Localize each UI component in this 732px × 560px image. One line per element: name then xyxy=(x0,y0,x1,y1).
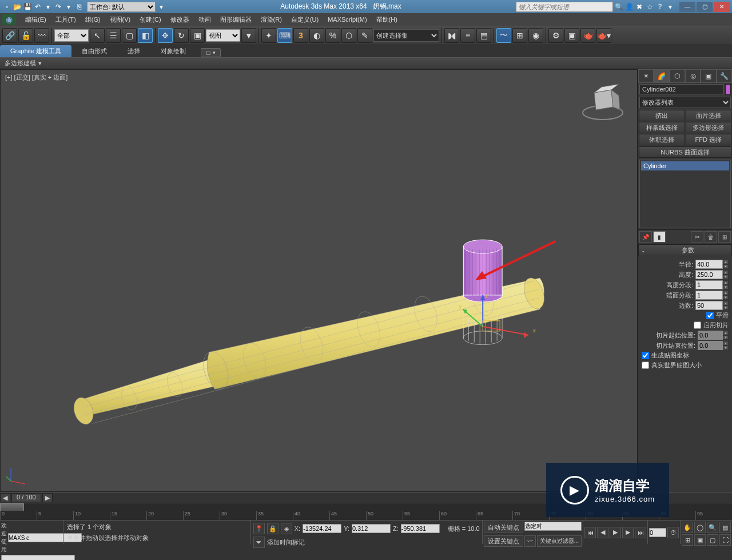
object-color-swatch[interactable] xyxy=(725,84,731,94)
select-region-button[interactable]: ▢ xyxy=(122,28,137,43)
move-button[interactable]: ✥ xyxy=(158,28,173,43)
menu-edit[interactable]: 编辑(E) xyxy=(21,14,51,25)
layers-button[interactable]: ▤ xyxy=(476,28,491,43)
new-icon[interactable]: ▫ xyxy=(2,2,11,11)
rendered-frame-button[interactable]: ▣ xyxy=(564,28,579,43)
setkey-button[interactable]: 设置关键点 xyxy=(484,535,523,547)
workspace-selector[interactable]: 工作台: 默认 xyxy=(87,2,156,12)
play-button[interactable]: ▶ xyxy=(610,527,621,538)
application-icon[interactable]: ◉ xyxy=(2,14,16,25)
radius-down[interactable]: ▼ xyxy=(723,264,729,269)
sides-input[interactable] xyxy=(695,301,723,310)
cp-tab-hierarchy[interactable]: ⬡ xyxy=(670,69,685,83)
remove-mod-button[interactable]: 🗑 xyxy=(705,231,717,243)
frame-display[interactable]: 0 / 100 xyxy=(11,493,41,502)
cp-tab-motion[interactable]: ◎ xyxy=(685,69,701,83)
menu-tools[interactable]: 工具(T) xyxy=(51,14,81,25)
selection-lock-button[interactable]: 🔒 xyxy=(267,523,279,534)
viewcube[interactable] xyxy=(580,76,626,121)
signin-icon[interactable]: 👤 xyxy=(624,2,634,11)
zoom-button[interactable]: 🔍 xyxy=(707,522,718,533)
viewport[interactable]: [+] [正交] [真实 + 边面] xyxy=(0,69,638,492)
scale-button[interactable]: ▣ xyxy=(190,28,205,43)
keyboard-shortcut-button[interactable]: ⌨ xyxy=(277,28,292,43)
cp-tab-display[interactable]: ▣ xyxy=(701,69,716,83)
help-icon[interactable]: ？ xyxy=(655,2,665,11)
viewport-label[interactable]: [+] [正交] [真实 + 边面] xyxy=(5,73,67,82)
ribbon-tab-paint[interactable]: 对象绘制 xyxy=(150,45,196,57)
z-coord-input[interactable] xyxy=(401,524,440,533)
object-name-input[interactable] xyxy=(639,84,724,94)
smooth-checkbox[interactable] xyxy=(706,312,714,319)
mod-splinesel-button[interactable]: 样条线选择 xyxy=(639,122,685,133)
slice-checkbox[interactable] xyxy=(694,321,701,329)
menu-group[interactable]: 组(G) xyxy=(81,14,105,25)
height-up[interactable]: ▲ xyxy=(723,270,729,275)
menu-customize[interactable]: 自定义(U) xyxy=(287,14,323,25)
menu-graph[interactable]: 图形编辑器 xyxy=(216,14,256,25)
select-link-button[interactable]: 🔗 xyxy=(2,28,17,43)
favorite-icon[interactable]: ☆ xyxy=(645,2,654,11)
bind-space-button[interactable]: 〰 xyxy=(34,28,49,43)
time-tag-button[interactable]: ⏷ xyxy=(253,537,265,548)
keyfilter-button[interactable]: 关键点过滤器... xyxy=(537,535,582,547)
schematic-view-button[interactable]: ⊞ xyxy=(512,28,527,43)
configure-button[interactable]: ⊞ xyxy=(718,231,731,243)
save-icon[interactable]: 💾 xyxy=(23,2,32,11)
rollup-parameters[interactable]: - 参数 xyxy=(638,244,732,256)
sides-up[interactable]: ▲ xyxy=(723,301,729,305)
mod-polysel-button[interactable]: 多边形选择 xyxy=(686,122,732,133)
close-button[interactable]: ✕ xyxy=(714,2,730,12)
menu-animation[interactable]: 动画 xyxy=(194,14,216,25)
max-toggle-button[interactable]: ⛶ xyxy=(719,534,731,546)
hseg-input[interactable] xyxy=(695,280,723,289)
mod-ffdsel-button[interactable]: FFD 选择 xyxy=(686,134,732,145)
autokey-button[interactable]: 自动关键点 xyxy=(484,522,523,533)
render-drop-button[interactable]: 🫖▾ xyxy=(596,28,611,43)
capseg-input[interactable] xyxy=(695,291,723,300)
y-coord-input[interactable] xyxy=(352,524,391,533)
sides-down[interactable]: ▼ xyxy=(723,305,729,310)
align-button[interactable]: ≡ xyxy=(460,28,475,43)
select-object-button[interactable]: ↖ xyxy=(90,28,105,43)
mod-facesel-button[interactable]: 面片选择 xyxy=(686,110,732,121)
link-icon[interactable]: ⎘ xyxy=(74,2,83,11)
minimize-button[interactable]: ― xyxy=(679,2,695,12)
show-end-button[interactable]: ▮ xyxy=(653,231,666,243)
time-slider-thumb[interactable] xyxy=(0,503,24,511)
cp-tab-modify[interactable]: 🌈 xyxy=(654,69,669,83)
height-input[interactable] xyxy=(695,270,723,279)
selection-filter[interactable]: 全部 xyxy=(54,29,89,42)
arc-rotate-button[interactable]: ◯ xyxy=(694,522,706,533)
open-icon[interactable]: 📂 xyxy=(13,2,22,11)
region-zoom-button[interactable]: ▢ xyxy=(707,534,718,546)
hseg-up[interactable]: ▲ xyxy=(723,280,729,285)
ref-coord-system[interactable]: 视图 xyxy=(206,29,240,42)
select-name-button[interactable]: ☰ xyxy=(106,28,121,43)
capseg-down[interactable]: ▼ xyxy=(723,295,729,300)
snap-toggle-button[interactable]: 3 xyxy=(293,28,308,43)
angle-snap-button[interactable]: ◐ xyxy=(309,28,324,43)
pan-view-button[interactable]: ✋ xyxy=(682,522,693,533)
cp-tab-utilities[interactable]: 🔧 xyxy=(717,69,732,83)
key-selection-input[interactable] xyxy=(524,522,582,531)
help-drop-icon[interactable]: ▾ xyxy=(666,2,675,11)
menu-help[interactable]: 帮助(H) xyxy=(372,14,402,25)
pivot-center-button[interactable]: ▼ xyxy=(241,28,256,43)
menu-maxscript[interactable]: MAXScript(M) xyxy=(323,15,371,24)
edit-named-sel-button[interactable]: ✎ xyxy=(357,28,372,43)
ribbon-panel-polymodel[interactable]: 多边形建模▾ xyxy=(0,58,732,69)
zoom-extents-button[interactable]: ▣ xyxy=(694,534,706,546)
prev-frame-button[interactable]: ◀ xyxy=(597,527,608,538)
menu-render[interactable]: 渲染(R) xyxy=(256,14,287,25)
height-down[interactable]: ▼ xyxy=(723,275,729,279)
named-selection-set[interactable]: 创建选择集 xyxy=(373,29,439,42)
redo-icon[interactable]: ↷ xyxy=(54,2,63,11)
modifier-list-dropdown[interactable]: 修改器列表 xyxy=(639,97,731,108)
current-frame-input[interactable] xyxy=(649,528,666,537)
maximize-button[interactable]: ▢ xyxy=(697,2,713,12)
ribbon-tab-graphite[interactable]: Graphite 建模工具 xyxy=(0,45,71,57)
workspace-drop-icon[interactable]: ▾ xyxy=(157,2,166,11)
hseg-down[interactable]: ▼ xyxy=(723,285,729,289)
cp-tab-create[interactable]: ✴ xyxy=(638,69,654,83)
